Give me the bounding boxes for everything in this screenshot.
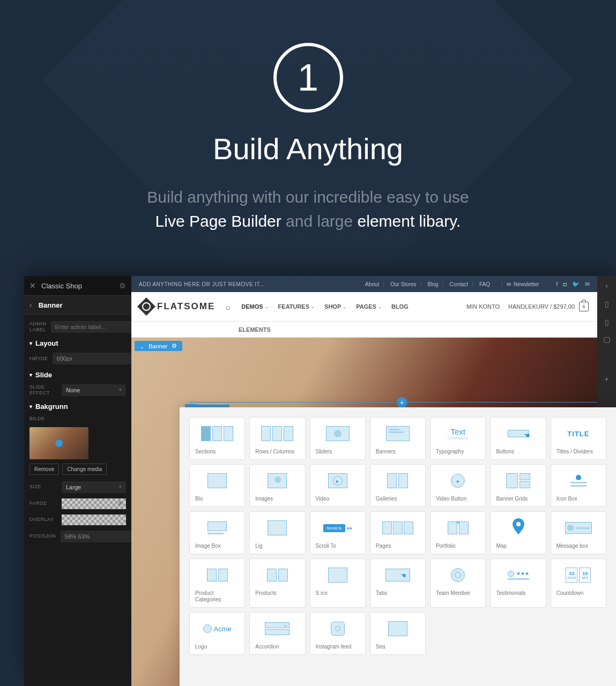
library-card[interactable]: ☚Tabs xyxy=(370,558,426,608)
library-card-label: Sections xyxy=(195,449,239,455)
farge-label: FARGE xyxy=(29,501,57,506)
topbar-link[interactable]: About xyxy=(361,281,384,287)
topbar-link[interactable]: FAQ xyxy=(475,281,494,287)
library-card[interactable]: Message box xyxy=(551,511,606,554)
library-card[interactable]: 10DAYS19MINCountdown xyxy=(551,558,606,608)
section-bakgrunn[interactable]: Bakgrunn xyxy=(29,402,126,411)
library-card[interactable]: Products xyxy=(249,558,305,608)
nav-sub[interactable]: ELEMENTS xyxy=(131,322,597,338)
cart-link[interactable]: HANDLEKURV / $297,00 6 xyxy=(508,302,589,311)
library-card[interactable]: Instagram feed xyxy=(310,612,366,655)
chevron-right-icon[interactable]: › xyxy=(605,281,608,290)
back-icon[interactable]: ‹ xyxy=(29,301,32,309)
library-card[interactable]: Team Member xyxy=(430,558,486,608)
library-card[interactable]: Rows / Columns xyxy=(249,417,305,460)
nav-demos[interactable]: DEMOS⌄ xyxy=(241,303,268,310)
plus-icon[interactable]: + xyxy=(604,375,608,383)
countdown-icon: 10DAYS19MIN xyxy=(556,564,600,586)
library-card[interactable]: Sea xyxy=(370,612,426,655)
library-card[interactable]: Galleries xyxy=(370,464,426,507)
library-card[interactable]: ★★★Testimonials xyxy=(490,558,546,608)
library-card[interactable]: AcmeLogo xyxy=(189,612,245,655)
library-card-label: Images xyxy=(255,496,299,502)
email-icon[interactable]: ✉ xyxy=(585,281,590,288)
library-card[interactable]: TITLETitles / Dividers xyxy=(551,417,606,460)
desktop-icon[interactable]: 🖵 xyxy=(603,336,611,345)
posisjon-input[interactable] xyxy=(61,531,131,542)
library-card[interactable]: Icon Box xyxy=(551,464,606,507)
library-card[interactable]: Image Box xyxy=(189,511,245,554)
section-slide[interactable]: Slide xyxy=(29,371,126,379)
topbar-link[interactable]: Blog xyxy=(424,281,443,287)
library-card[interactable]: Banner Grids xyxy=(490,464,546,507)
posisjon-label: POSISJON xyxy=(29,533,56,539)
library-card[interactable]: +Portfolio xyxy=(430,511,486,554)
library-card[interactable]: ⌄Accordion xyxy=(249,612,305,655)
library-card[interactable]: TextLoremipsumTypography xyxy=(430,417,486,460)
instagram-icon[interactable]: ◘ xyxy=(563,281,567,288)
library-card-label: Products xyxy=(255,590,299,596)
farge-swatch[interactable] xyxy=(62,498,126,509)
logo[interactable]: FLATSOME xyxy=(140,300,215,313)
library-card[interactable]: Blo xyxy=(189,464,245,507)
library-card-label: Tabs xyxy=(376,590,420,596)
element-library: SectionsRows / ColumnsSlidersBannersText… xyxy=(180,407,616,686)
library-card[interactable]: ☚Buttons xyxy=(490,417,546,460)
library-card[interactable]: Banners xyxy=(370,417,426,460)
library-card[interactable]: ▸Video xyxy=(310,464,366,507)
chevron-down-icon: ⌄ xyxy=(378,304,382,309)
library-card-label: Image Box xyxy=(195,543,239,549)
library-card-label: Scroll To xyxy=(316,543,360,549)
gear-icon[interactable]: ⚙ xyxy=(119,281,126,290)
close-icon[interactable]: ✕ xyxy=(29,281,36,290)
nav-features[interactable]: FEATURES⌄ xyxy=(278,303,315,310)
sidebar-title: Classic Shop xyxy=(41,282,114,290)
generic-icon xyxy=(316,564,360,586)
hoyde-input[interactable] xyxy=(53,353,131,364)
admin-label-input[interactable] xyxy=(51,321,132,333)
products-icon xyxy=(255,564,299,586)
library-card[interactable]: Sliders xyxy=(310,417,366,460)
overlay-label: OVERLAY xyxy=(29,517,57,523)
topbar-link[interactable]: Contact xyxy=(446,281,473,287)
library-card[interactable]: Lig xyxy=(249,511,305,554)
library-card[interactable]: Images xyxy=(249,464,305,507)
nav-shop[interactable]: SHOP⌄ xyxy=(324,303,346,310)
facebook-icon[interactable]: f xyxy=(556,281,558,288)
library-card-label: Pages xyxy=(376,543,420,549)
library-card[interactable]: Scroll to●●Scroll To xyxy=(310,511,366,554)
library-card-label: Video Button xyxy=(436,496,480,502)
search-icon[interactable]: ⌕ xyxy=(226,302,231,311)
library-card-label: Portfolio xyxy=(436,543,480,549)
banner-tag[interactable]: Banner ⚙ xyxy=(135,341,182,351)
library-card[interactable]: Product Categories xyxy=(189,558,245,608)
library-card[interactable]: Map xyxy=(490,511,546,554)
library-card[interactable]: Pages xyxy=(370,511,426,554)
library-card[interactable]: S ico xyxy=(310,558,366,608)
library-card[interactable]: ▸Video Button xyxy=(430,464,486,507)
overlay-swatch[interactable] xyxy=(62,514,126,525)
slide-effect-select[interactable]: None xyxy=(62,384,126,396)
section-layout[interactable]: Layout xyxy=(29,339,126,347)
change-media-button[interactable]: Change media xyxy=(62,464,107,475)
nav-pages[interactable]: PAGES⌄ xyxy=(356,303,382,310)
rows-icon xyxy=(255,423,299,444)
cart-icon: 6 xyxy=(579,302,589,311)
phone-icon[interactable]: ▯ xyxy=(605,318,609,326)
twitter-icon[interactable]: 🐦 xyxy=(572,281,580,288)
iconbox-icon xyxy=(556,470,600,491)
account-link[interactable]: MIN KONTO xyxy=(466,303,500,310)
logo-icon: Acme xyxy=(195,618,239,639)
tablet-icon[interactable]: ▯ xyxy=(605,300,609,308)
newsletter-link[interactable]: ✉ Newsletter xyxy=(502,281,543,287)
remove-button[interactable]: Remove xyxy=(29,464,59,475)
size-select[interactable]: Large xyxy=(62,481,126,493)
breadcrumb: Banner xyxy=(39,301,63,309)
add-element-icon[interactable]: + xyxy=(397,397,407,408)
library-card-label: Icon Box xyxy=(556,496,600,502)
nav-blog[interactable]: BLOG xyxy=(391,303,409,310)
background-thumbnail[interactable] xyxy=(29,427,88,459)
library-card[interactable]: Sections xyxy=(189,417,245,460)
gear-icon[interactable]: ⚙ xyxy=(172,342,177,349)
topbar-link[interactable]: Our Stores xyxy=(386,281,421,287)
